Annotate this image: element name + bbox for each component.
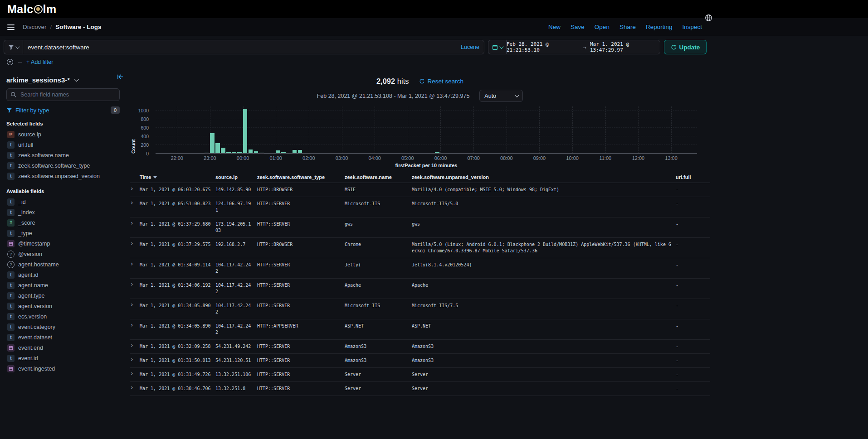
interval-select[interactable]: Auto [479,90,523,102]
field-item-zeek-software-unparsed-version[interactable]: tzeek.software.unparsed_version [6,171,120,181]
histogram-bar[interactable] [281,152,286,153]
nav-link-open[interactable]: Open [595,24,610,30]
histogram-bar[interactable] [215,143,220,153]
field-item-agent-name[interactable]: tagent.name [6,280,120,290]
field-item-type[interactable]: t_type [6,228,120,238]
field-item-id[interactable]: t_id [6,197,120,207]
field-item-agent-hostname[interactable]: ?agent.hostname [6,259,120,270]
query-input[interactable]: event.dataset:software Lucene [23,40,484,54]
nav-link-save[interactable]: Save [571,24,585,30]
histogram-bar[interactable] [210,133,215,153]
cell-zeek-software-software-type: HTTP::SERVER [257,299,345,319]
nav-link-reporting[interactable]: Reporting [646,24,673,30]
histogram-plot[interactable] [156,106,697,154]
field-item-event-id[interactable]: tevent.id [6,353,120,363]
expand-row-icon[interactable]: › [131,356,133,363]
field-item-event-dataset[interactable]: tevent.dataset [6,332,120,343]
expand-row-icon[interactable]: › [131,342,133,349]
histogram-bar[interactable] [221,148,225,153]
histogram-bar[interactable] [249,150,253,153]
gridline [539,106,540,153]
field-item-event-end[interactable]: event.end [6,343,120,353]
expand-row-icon[interactable]: › [131,240,133,247]
saved-query-menu-button[interactable] [4,40,23,54]
histogram-bar[interactable] [254,151,258,153]
date-range-picker[interactable]: Feb 28, 2021 @ 21:21:53.10 → Mar 1, 2021… [506,40,660,54]
expand-row-icon[interactable]: › [131,185,133,192]
menu-icon[interactable] [7,24,15,30]
field-item-source-ip[interactable]: IPsource.ip [6,129,120,140]
histogram-bar[interactable] [237,152,242,153]
date-field-icon [7,240,15,247]
field-name: agent.name [18,282,48,289]
cell-zeek-software-software-type: HTTP::BROWSER [257,183,345,197]
column-header-source-ip[interactable]: source.ip [215,172,257,183]
query-language-toggle[interactable]: Lucene [461,44,479,50]
histogram-bar[interactable] [298,150,302,153]
field-item-agent-id[interactable]: tagent.id [6,270,120,280]
field-item-index[interactable]: t_index [6,207,120,217]
sort-descending-icon[interactable] [153,176,157,178]
expand-row-icon[interactable]: › [131,384,133,391]
nav-link-share[interactable]: Share [619,24,636,30]
search-icon [10,92,17,98]
expand-row-icon[interactable]: › [131,280,133,288]
column-header-zeek-software-software-type[interactable]: zeek.software.software_type [257,172,345,183]
breadcrumb-discover[interactable]: Discover [23,24,47,30]
histogram-bar[interactable] [205,153,209,153]
histogram-bar[interactable] [232,152,236,153]
field-item-url-full[interactable]: turl.full [6,140,120,150]
date-end[interactable]: Mar 1, 2021 @ 13:47:29.97 [590,41,660,53]
collapse-sidebar-icon[interactable] [117,73,124,80]
expand-row-icon[interactable]: › [131,321,133,328]
column-header-zeek-software-unparsed-version[interactable]: zeek.software.unparsed_version [412,172,676,183]
cell-zeek-software-unparsed-version: ASP.NET [412,319,676,339]
expand-row-icon[interactable]: › [131,301,133,308]
date-start[interactable]: Feb 28, 2021 @ 21:21:53.10 [507,41,579,53]
histogram-bar[interactable] [243,109,248,153]
filter-options-icon[interactable] [6,58,14,66]
cell-url-full: - [676,217,710,237]
index-pattern-switcher[interactable]: arkime_sessions3-* [6,74,120,88]
calendar-button[interactable] [488,40,506,54]
field-search-input[interactable] [6,88,120,101]
histogram-bar[interactable] [435,152,439,153]
field-item-agent-version[interactable]: tagent.version [6,301,120,311]
string-field-icon: t [7,323,15,331]
histogram-bar[interactable] [226,152,231,153]
histogram-bar[interactable] [276,150,280,153]
cell-zeek-software-name: Jetty( [345,258,412,278]
field-item-event-ingested[interactable]: event.ingested [6,363,120,374]
field-item-ecs-version[interactable]: tecs.version [6,311,120,322]
nav-link-inspect[interactable]: Inspect [682,24,702,30]
reset-search-button[interactable]: Reset search [419,78,464,85]
field-item-version[interactable]: ?@version [6,249,120,259]
expand-row-icon[interactable]: › [131,219,133,227]
update-button[interactable]: Update [664,40,707,54]
globe-icon[interactable] [705,14,712,22]
nav-link-new[interactable]: New [548,24,561,30]
chevron-down-icon [74,77,79,82]
malcolm-moth-icon [34,5,43,14]
field-item-event-category[interactable]: tevent.category [6,322,120,332]
column-header-zeek-software-name[interactable]: zeek.software.name [345,172,412,183]
expand-row-icon[interactable]: › [131,370,133,377]
field-item-zeek-software-software-type[interactable]: tzeek.software.software_type [6,160,120,171]
expand-row-icon[interactable]: › [131,260,133,267]
column-header-url-full[interactable]: url.full [676,172,710,183]
column-header-time[interactable]: Time [140,172,215,183]
histogram-bar[interactable] [293,150,297,153]
field-item-timestamp[interactable]: @timestamp [6,238,120,249]
field-item-zeek-software-name[interactable]: tzeek.software.name [6,150,120,160]
expand-row-icon[interactable]: › [131,199,133,206]
field-item-score[interactable]: #_score [6,217,120,228]
cell-time: Mar 1, 2021 @ 01:31:50.013 [140,354,215,367]
y-tick-label: 600 [141,125,149,130]
cell-zeek-software-software-type: HTTP::SERVER [257,368,345,381]
string-field-icon: t [7,173,15,180]
filter-by-type-button[interactable]: Filter by type [6,107,49,114]
field-item-agent-type[interactable]: tagent.type [6,290,120,301]
histogram-bar[interactable] [259,153,264,153]
malcolm-logo[interactable]: Malc lm [7,3,57,16]
add-filter-button[interactable]: + Add filter [26,59,53,65]
